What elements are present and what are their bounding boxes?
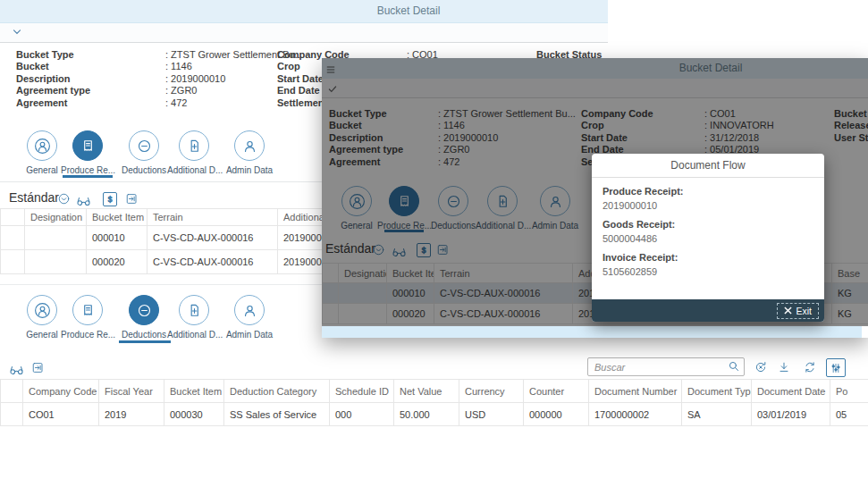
entry-value: 5105602859 [603,266,813,277]
cell: USD [459,403,524,426]
tab-deductions[interactable]: Deductions [117,295,171,340]
person-icon [234,130,265,161]
exit-button[interactable]: Exit [777,303,819,319]
price-icon[interactable]: $ [103,192,117,206]
entry-value: 2019000010 [603,200,813,211]
cell [25,226,87,250]
field-value: : 472 [165,97,187,109]
cell: SA [682,403,752,426]
tab-additional-data[interactable]: Additional D... [167,130,221,175]
entry-value: 5000004486 [603,233,813,244]
column-header [1,209,25,226]
field-label: Bucket Type [16,49,165,61]
receipt-icon [72,130,103,161]
cell: CO01 [23,403,99,426]
tab-label: Additional D... [167,330,221,340]
document-flow-entry: Invoice Receipt: 5105602859 [603,252,813,277]
field-value: : ZGR0 [165,85,197,97]
chevron-down-icon[interactable] [11,26,23,42]
deductions-table: Company Code Fiscal Year Bucket Item Ded… [0,379,868,426]
download-icon[interactable] [777,360,791,378]
cell: 000010 [87,226,147,250]
column-header: Po [830,380,868,403]
field-value: : 2019000010 [165,73,225,85]
search-input[interactable] [587,357,745,376]
glasses-icon[interactable] [9,363,24,379]
cell: 1700000002 [589,403,682,426]
close-icon [784,306,792,316]
document-plus-icon [179,130,209,161]
dialog-body: Produce Receipt: 2019000010 Goods Receip… [592,178,824,277]
document-flow-entry: Produce Receipt: 2019000010 [603,186,813,211]
column-header: Deduction Category [224,380,330,403]
column-header: Schedule ID [330,380,394,403]
cell: 05 [830,403,868,426]
tab-deductions[interactable]: Deductions [117,130,171,175]
column-header: Bucket Item [164,380,224,403]
tab-label: Deductions [117,165,171,175]
receipt-icon [72,295,103,325]
cell: 000 [330,403,394,426]
cell [1,403,23,426]
person-icon [234,295,265,325]
tab-produce-receipt[interactable]: Produce Re... [61,295,114,340]
cell [1,226,25,250]
page-title: Bucket Detail [0,0,817,22]
entry-label: Invoice Receipt: [603,252,813,263]
variant-chevron-icon[interactable] [57,192,71,209]
table-row[interactable]: CO01 2019 000030 SS Sales of Service 000… [1,403,868,426]
column-header: Document Number [589,380,682,403]
active-tab-underline [119,340,171,343]
cell: 000030 [164,403,224,426]
cell [1,250,25,274]
cell: 2019 [99,403,164,426]
cell: SS Sales of Service [224,403,330,426]
cell: 000000 [524,403,589,426]
column-header: Designation [25,209,87,226]
active-tab-underline [63,175,113,178]
column-header: Net Value [394,380,459,403]
tab-label: Produce Re... [61,330,114,340]
entry-label: Produce Receipt: [603,186,813,197]
tab-label: Deductions [117,330,171,340]
export-icon[interactable] [31,361,45,378]
tab-label: Produce Re... [61,165,114,175]
search-icon[interactable] [728,360,740,376]
dialog-title: Document Flow [592,154,824,178]
column-header: Company Code [23,380,99,403]
settings-icon[interactable] [826,358,846,377]
field-label: Agreement type [16,85,165,97]
refresh-icon[interactable] [803,360,817,378]
dialog-footer: Exit [592,299,824,322]
table-header-row: Company Code Fiscal Year Bucket Item Ded… [1,380,868,403]
screen: Bucket Detail Bucket Type: ZTST Grower S… [0,0,868,487]
tab-admin-data[interactable]: Admin Data [223,295,276,340]
cell: C-VS-CD-AUX-000016 [147,226,278,250]
tab-label: Admin Data [223,165,276,175]
overlay-footer-strip [322,326,862,338]
column-header: Counter [524,380,589,403]
tab-produce-receipt[interactable]: Produce Re... [61,130,114,175]
cell: 50.000 [394,403,459,426]
document-plus-icon [179,295,209,325]
tab-admin-data[interactable]: Admin Data [223,130,276,175]
field-label: Bucket [16,61,165,72]
person-circle-icon [27,130,57,161]
column-header [1,380,23,403]
header-collapse-bar [0,23,608,43]
export-icon[interactable] [125,192,139,209]
document-flow-dialog: Document Flow Produce Receipt: 201900001… [592,154,824,322]
exit-button-label: Exit [796,306,812,316]
entry-label: Goods Receipt: [603,219,813,230]
tab-label: Additional D... [167,165,221,175]
minus-circle-icon [129,295,159,325]
field-value: : 1146 [165,61,192,72]
cell: 000020 [87,250,147,274]
variant-selector[interactable]: Estándar [9,190,59,205]
document-flow-entry: Goods Receipt: 5000004486 [603,219,813,244]
tab-label: Admin Data [223,330,276,340]
clear-filter-icon[interactable] [754,360,768,378]
tab-additional-data[interactable]: Additional D... [167,295,221,340]
cell: C-VS-CD-AUX-000016 [147,250,278,274]
field-label: Description [16,73,165,85]
